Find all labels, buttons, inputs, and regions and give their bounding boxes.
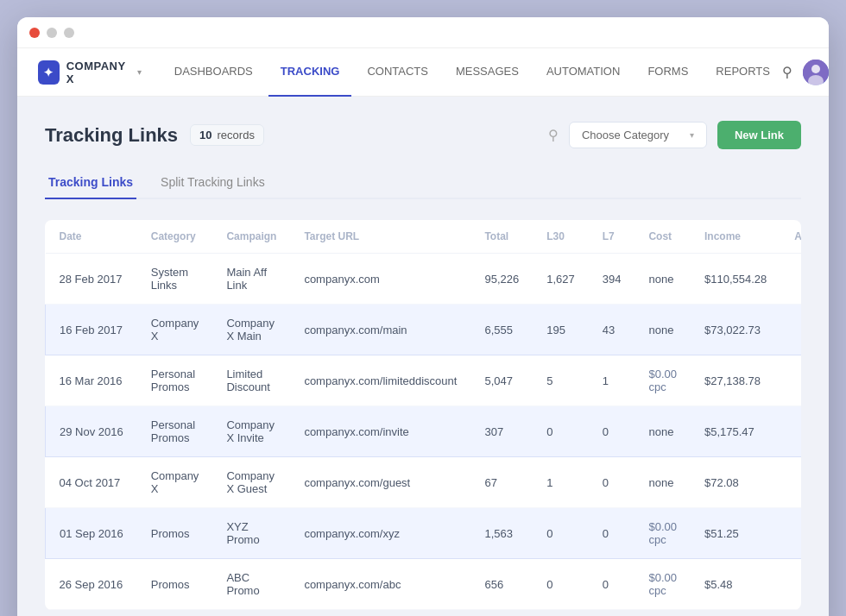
tab-tracking-links[interactable]: Tracking Links <box>45 167 136 199</box>
cell-total: 67 <box>470 457 533 508</box>
cell-url: companyx.com/abc <box>290 559 470 610</box>
logo-icon: ✦ <box>38 60 60 85</box>
col-action: Action <box>780 220 801 254</box>
cell-campaign: ABC Promo <box>212 559 290 610</box>
table-container: Date Category Campaign Target URL Total … <box>45 220 801 610</box>
category-chevron-icon: ▾ <box>690 130 694 140</box>
cell-l30: 0 <box>533 406 589 457</box>
cell-campaign: Company X Invite <box>212 406 290 457</box>
cell-cost: none <box>634 305 691 355</box>
row-action-button[interactable]: ⋮ <box>794 318 801 342</box>
header-actions: ⚲ Choose Category ▾ New Link <box>548 121 801 149</box>
row-action-button[interactable]: ⋮ <box>794 471 801 494</box>
table-row: 04 Oct 2017 Company X Company X Guest co… <box>46 457 802 508</box>
row-action-button[interactable]: ⋮ <box>794 267 801 291</box>
cell-cost: $0.00 cpc <box>634 355 691 406</box>
nav-items: DASHBOARDS TRACKING CONTACTS MESSAGES AU… <box>162 48 782 97</box>
cell-cost: $0.00 cpc <box>634 559 691 610</box>
table-row: 26 Sep 2016 Promos ABC Promo companyx.co… <box>46 559 802 610</box>
cell-category: Promos <box>137 559 213 610</box>
cell-l7: 43 <box>589 305 635 355</box>
table-header-row: Date Category Campaign Target URL Total … <box>46 220 802 254</box>
cell-date: 28 Feb 2017 <box>46 254 137 305</box>
cell-l30: 0 <box>533 508 589 559</box>
cell-l30: 1 <box>533 457 589 508</box>
nav-item-dashboards[interactable]: DASHBOARDS <box>162 48 265 97</box>
avatar[interactable] <box>803 60 829 85</box>
cell-cost: none <box>634 254 691 305</box>
nav-item-automation[interactable]: AUTOMATION <box>534 48 632 97</box>
cell-l30: 195 <box>533 305 589 355</box>
cell-action: ⋮ <box>780 457 801 508</box>
cell-total: 1,563 <box>470 508 533 559</box>
col-l30: L30 <box>533 220 589 254</box>
nav-item-tracking[interactable]: TRACKING <box>268 48 352 97</box>
cell-income: $5,175.47 <box>691 406 780 457</box>
tab-split-tracking-links[interactable]: Split Tracking Links <box>157 167 268 199</box>
cell-url: companyx.com/main <box>290 305 470 355</box>
cell-campaign: Company X Main <box>212 305 290 355</box>
navbar: ✦ COMPANY X ▾ DASHBOARDS TRACKING CONTAC… <box>17 48 829 97</box>
minimize-dot[interactable] <box>47 28 57 38</box>
svg-point-1 <box>811 65 820 73</box>
close-dot[interactable] <box>29 28 40 38</box>
page-header: Tracking Links 10 records ⚲ Choose Categ… <box>45 121 801 149</box>
cell-total: 95,226 <box>470 254 533 305</box>
cell-l7: 0 <box>589 457 635 508</box>
cell-l30: 0 <box>533 559 589 610</box>
nav-logo[interactable]: ✦ COMPANY X ▾ <box>38 60 142 85</box>
row-action-button[interactable]: ⋮ <box>794 573 801 596</box>
avatar-image <box>803 60 829 85</box>
cell-cost: $0.00 cpc <box>634 508 691 559</box>
search-icon[interactable]: ⚲ <box>782 64 792 80</box>
row-action-button[interactable]: ⋮ <box>794 420 801 443</box>
table-row: 29 Nov 2016 Personal Promos Company X In… <box>46 406 802 457</box>
cell-action: ⋮ <box>780 508 801 559</box>
nav-item-contacts[interactable]: CONTACTS <box>355 48 440 97</box>
new-link-button[interactable]: New Link <box>717 121 801 149</box>
cell-total: 5,047 <box>470 355 533 406</box>
nav-item-reports[interactable]: REPORTS <box>704 48 782 97</box>
table-row: 28 Feb 2017 System Links Main Aff Link c… <box>46 254 802 305</box>
col-cost: Cost <box>634 220 691 254</box>
cell-date: 01 Sep 2016 <box>46 508 137 559</box>
cell-action: ⋮ <box>780 406 801 457</box>
category-placeholder: Choose Category <box>582 129 669 141</box>
cell-action: ⋮ <box>780 355 801 406</box>
cell-cost: none <box>634 406 691 457</box>
cell-l30: 5 <box>533 355 589 406</box>
table-row: 01 Sep 2016 Promos XYZ Promo companyx.co… <box>46 508 802 559</box>
cell-campaign: XYZ Promo <box>212 508 290 559</box>
titlebar <box>17 17 829 48</box>
records-count: 10 <box>199 129 212 141</box>
maximize-dot[interactable] <box>64 28 74 38</box>
nav-right: ⚲ ▾ <box>782 60 829 85</box>
col-campaign: Campaign <box>212 220 290 254</box>
col-url: Target URL <box>290 220 470 254</box>
cell-category: Promos <box>137 508 213 559</box>
cell-action: ⋮ <box>780 254 801 305</box>
nav-item-messages[interactable]: MESSAGES <box>444 48 531 97</box>
row-action-button[interactable]: ⋮ <box>794 522 801 545</box>
cell-total: 6,555 <box>470 305 533 355</box>
cell-total: 307 <box>470 406 533 457</box>
cell-date: 04 Oct 2017 <box>46 457 137 508</box>
cell-l7: 1 <box>589 355 635 406</box>
cell-action: ⋮ <box>780 559 801 610</box>
cell-category: System Links <box>137 254 213 305</box>
cell-campaign: Limited Discount <box>212 355 290 406</box>
cell-category: Company X <box>137 457 213 508</box>
cell-l7: 394 <box>589 254 635 305</box>
cell-url: companyx.com/limiteddiscount <box>290 355 470 406</box>
nav-item-forms[interactable]: FORMS <box>635 48 700 97</box>
cell-income: $72.08 <box>691 457 780 508</box>
cell-date: 16 Mar 2016 <box>46 355 137 406</box>
col-income: Income <box>691 220 780 254</box>
logo-text: COMPANY X <box>66 60 129 85</box>
category-dropdown[interactable]: Choose Category ▾ <box>569 122 707 148</box>
cell-category: Company X <box>137 305 213 355</box>
row-action-button[interactable]: ⋮ <box>794 369 801 393</box>
cell-url: companyx.com/invite <box>290 406 470 457</box>
table-search-icon[interactable]: ⚲ <box>548 127 559 143</box>
cell-l7: 0 <box>589 508 635 559</box>
